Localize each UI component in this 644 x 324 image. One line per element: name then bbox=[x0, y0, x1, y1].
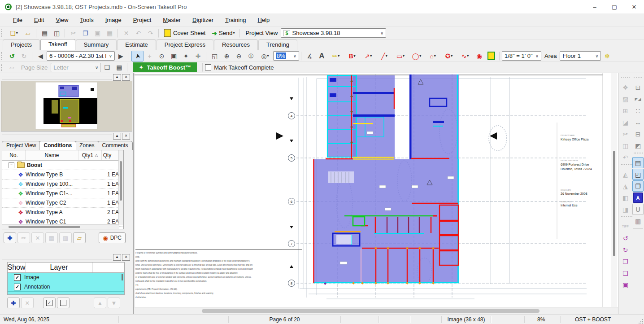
condition-row[interactable]: ❖ Window Type A 2 EA bbox=[2, 208, 123, 217]
subtract-area-icon[interactable]: ⊟ bbox=[632, 128, 644, 140]
uncheck-all-layers-button[interactable] bbox=[57, 298, 70, 308]
crosshair-tool-icon[interactable]: +▾ bbox=[144, 51, 156, 61]
fit-image-icon[interactable]: ◤◢ bbox=[632, 93, 644, 105]
condition-row[interactable]: ❖ Window Type C1-... 1 EA bbox=[2, 189, 123, 198]
hatch-area-icon[interactable]: ▨ bbox=[620, 93, 631, 105]
conditions-tab[interactable]: Comments bbox=[98, 141, 133, 150]
image-navigator-icon[interactable]: ◰ bbox=[632, 169, 644, 180]
highlighter-tool-icon[interactable]: ✏▾ bbox=[328, 51, 344, 61]
layers-scrollbar[interactable] bbox=[122, 274, 123, 280]
layers-panel-header[interactable]: ▲ ✕ bbox=[1, 254, 132, 260]
add-image-icon[interactable]: ⊡ bbox=[632, 82, 644, 93]
layer-checkbox[interactable]: ✓ bbox=[14, 284, 21, 290]
edit-condition-icon[interactable]: ✏ bbox=[17, 232, 30, 243]
main-tab[interactable]: Resources bbox=[214, 39, 258, 50]
pan-tool-icon[interactable]: ✛▾ bbox=[192, 51, 204, 61]
print-preview-icon[interactable]: ◫▾ bbox=[51, 28, 63, 39]
annotation-window-icon[interactable]: A bbox=[633, 193, 643, 203]
conditions-vertical-scrollbar[interactable] bbox=[118, 150, 123, 225]
takeoff-boost-button[interactable]: ✦ Takeoff Boost™ bbox=[133, 62, 197, 72]
image-navigator[interactable] bbox=[1, 81, 132, 131]
menu-item[interactable]: View bbox=[50, 15, 74, 25]
conditions-tab[interactable]: Zones bbox=[75, 141, 99, 150]
duplicate-page-icon[interactable]: ❏ bbox=[620, 267, 631, 279]
menu-item[interactable]: Digitizer bbox=[187, 15, 219, 25]
back-icon[interactable]: ↺▾ bbox=[6, 51, 18, 61]
delete-condition-icon[interactable]: ✕ bbox=[31, 232, 44, 243]
paste-icon[interactable]: ▣▾ bbox=[91, 28, 104, 39]
area-combo[interactable]: Floor 1 ∨ bbox=[560, 51, 601, 61]
collapse-group-icon[interactable]: − bbox=[9, 162, 14, 168]
menu-item[interactable]: Edit bbox=[28, 15, 50, 25]
line-tool-icon[interactable]: ╱▾ bbox=[376, 51, 392, 61]
canvas-vertical-scrollbar[interactable] bbox=[611, 73, 617, 307]
convert-curve-icon[interactable]: ↶ bbox=[620, 152, 631, 163]
conditions-list-icon[interactable]: ▤ bbox=[632, 157, 644, 168]
cut-takeoff-icon[interactable]: ✂ bbox=[620, 128, 631, 140]
next-page-button[interactable]: ▶ bbox=[115, 51, 127, 61]
toolbar-grip[interactable] bbox=[621, 77, 630, 80]
conditions-tab[interactable]: Project View bbox=[2, 141, 40, 150]
panel-collapse-button[interactable]: ▲ bbox=[113, 74, 121, 81]
underline-style-icon[interactable]: U bbox=[632, 204, 644, 215]
panel-close-button[interactable]: ✕ bbox=[122, 74, 130, 81]
crop-page-icon[interactable]: ▣ bbox=[620, 279, 631, 290]
edit-vertices-icon[interactable]: ❖ bbox=[620, 82, 631, 93]
delete-layer-button[interactable]: ✕ bbox=[21, 298, 34, 308]
play-tool-icon[interactable]: ◉▾ bbox=[473, 51, 485, 61]
polygon-tool-icon[interactable]: ⌂▾ bbox=[425, 51, 441, 61]
drawing-canvas[interactable]: 4 5 6 7 8 bbox=[134, 73, 618, 314]
main-tab[interactable]: Trending bbox=[258, 39, 297, 50]
conditions-horizontal-scrollbar[interactable] bbox=[2, 224, 119, 229]
zoom-tool-icon[interactable]: ⊙▾ bbox=[156, 51, 168, 61]
conditions-panel-header[interactable]: ▲ ✕ bbox=[1, 133, 132, 139]
main-tab[interactable]: Project Express bbox=[157, 39, 213, 50]
erase-area-icon[interactable]: ◪ bbox=[620, 117, 631, 128]
wand-icon[interactable]: ✻ bbox=[601, 51, 613, 61]
select-points-icon[interactable]: ∷ bbox=[632, 105, 644, 116]
fill-points-icon[interactable]: ◩ bbox=[632, 140, 644, 151]
print-icon[interactable]: ▤▾ bbox=[39, 28, 51, 39]
flip-vertical-icon[interactable]: ◨ bbox=[620, 204, 631, 215]
column-header-qty2[interactable]: Qty bbox=[102, 150, 113, 160]
column-header-layer[interactable]: Layer bbox=[26, 263, 93, 272]
freehand-tool-icon[interactable]: ∿▾ bbox=[457, 51, 473, 61]
add-layer-button[interactable]: ✚ bbox=[7, 298, 20, 308]
condition-properties-icon[interactable]: ▦ bbox=[45, 232, 58, 243]
rotate-page-right-icon[interactable]: ↻ bbox=[620, 244, 631, 255]
menu-item[interactable]: Project bbox=[127, 15, 157, 25]
dimension-tool-icon[interactable]: ∡▾ bbox=[304, 51, 316, 61]
label-tool-icon[interactable]: B▾ bbox=[344, 51, 360, 61]
ellipse-tool-icon[interactable]: ◯▾ bbox=[409, 51, 425, 61]
canvas-horizontal-scrollbar[interactable] bbox=[134, 307, 618, 314]
toolbar-grip[interactable] bbox=[1, 64, 4, 71]
forward-icon[interactable]: ↻▾ bbox=[18, 51, 30, 61]
export-tiff-icon[interactable]: TIFF bbox=[620, 221, 631, 232]
main-tab[interactable]: Projects bbox=[3, 39, 40, 50]
condition-row[interactable]: ❖ Window Type 100... 1 EA bbox=[2, 180, 123, 189]
select-tool-icon[interactable]: ➤▾ bbox=[131, 51, 144, 61]
main-tab[interactable]: Summary bbox=[76, 39, 117, 50]
resize-grip[interactable] bbox=[638, 318, 644, 324]
layer-row[interactable]: ✓ Annotation bbox=[8, 282, 124, 292]
check-all-layers-button[interactable]: ✓ bbox=[43, 298, 56, 308]
delete-icon[interactable]: ✕▾ bbox=[120, 28, 132, 39]
toolbar-grip[interactable] bbox=[634, 77, 642, 80]
scale-combo[interactable]: 1/8" = 1' 0" ∨ bbox=[502, 51, 541, 61]
menu-item[interactable]: Tools bbox=[74, 15, 99, 25]
legend-panel-icon[interactable]: ▥ bbox=[632, 215, 644, 227]
move-layer-up-button[interactable]: ▲ bbox=[94, 298, 106, 308]
measure-width-icon[interactable]: ↔ bbox=[632, 117, 644, 128]
conditions-tab[interactable]: Conditions bbox=[39, 141, 76, 150]
toolbar-grip[interactable] bbox=[1, 52, 4, 60]
rotate-left-object-icon[interactable]: ◭ bbox=[620, 169, 631, 180]
zoom-one-icon[interactable]: ①▾ bbox=[245, 51, 257, 61]
menu-item[interactable]: Image bbox=[100, 15, 127, 25]
new-folder-icon[interactable]: ▱ bbox=[73, 232, 86, 243]
close-button[interactable]: ✕ bbox=[624, 0, 644, 13]
grid-table-icon[interactable]: ⊞ bbox=[620, 105, 631, 116]
zoom-in-icon[interactable]: ⊕▾ bbox=[221, 51, 233, 61]
panel-close-button[interactable]: ✕ bbox=[122, 133, 130, 140]
cover-sheet-button[interactable]: Cover Sheet bbox=[161, 28, 209, 39]
menu-item[interactable]: File bbox=[7, 15, 28, 25]
